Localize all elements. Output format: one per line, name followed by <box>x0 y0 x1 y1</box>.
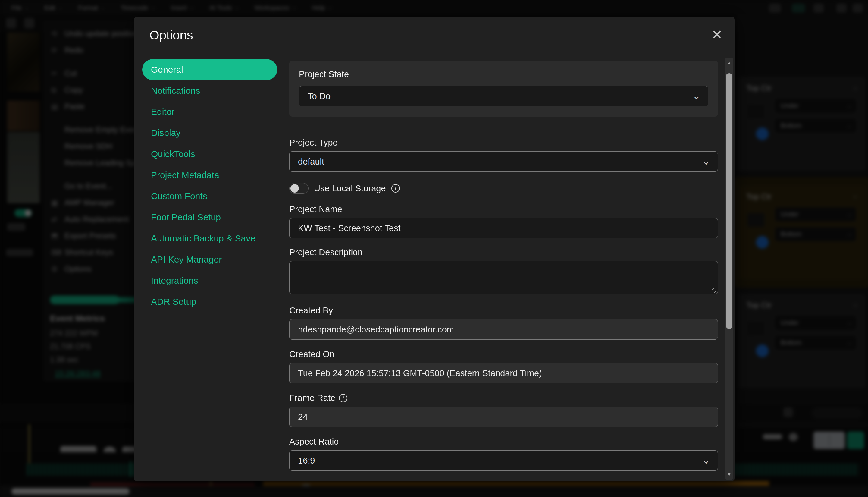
options-tab[interactable]: Notifications <box>142 80 277 101</box>
aspect-ratio-select[interactable]: 16:9 ⌄ <box>289 450 718 471</box>
close-icon[interactable]: ✕ <box>711 27 722 42</box>
project-type-value[interactable]: default <box>289 151 718 172</box>
options-tab[interactable]: API Key Manager <box>142 249 277 270</box>
project-description-textarea[interactable] <box>289 261 718 294</box>
aspect-ratio-label: Aspect Ratio <box>289 437 718 447</box>
options-tab-list: General Notifications Editor Display Qui… <box>142 59 277 312</box>
project-name-input[interactable] <box>289 218 718 238</box>
options-tab[interactable]: Project Metadata <box>142 165 277 186</box>
info-icon[interactable]: i <box>339 394 347 402</box>
modal-scrollbar-thumb[interactable] <box>726 73 733 329</box>
frame-rate-input <box>289 407 718 427</box>
frame-rate-label: Frame Rate i <box>289 393 718 403</box>
project-state-card: Project State To Do ⌄ <box>289 61 718 117</box>
project-state-label: Project State <box>299 69 708 79</box>
scroll-down-icon[interactable]: ▼ <box>725 472 733 478</box>
aspect-ratio-value[interactable]: 16:9 <box>289 450 718 471</box>
options-content: Project State To Do ⌄ Project Type defau… <box>289 56 718 481</box>
resize-grip-icon[interactable] <box>712 288 717 293</box>
options-tab[interactable]: Custom Fonts <box>142 186 277 207</box>
info-icon[interactable]: i <box>391 184 400 193</box>
modal-title: Options <box>149 28 193 42</box>
options-tab[interactable]: QuickTools <box>142 143 277 165</box>
created-by-label: Created By <box>289 306 718 315</box>
project-name-label: Project Name <box>289 204 718 214</box>
created-on-label: Created On <box>289 349 718 359</box>
options-tab[interactable]: Automatic Backup & Save <box>142 228 277 249</box>
project-type-label: Project Type <box>289 138 718 148</box>
created-on-input <box>289 363 718 383</box>
modal-header: Options ✕ <box>134 17 735 56</box>
modal-scrollbar-track[interactable]: ▲ ▼ <box>725 58 733 480</box>
project-description-label: Project Description <box>289 247 718 257</box>
created-by-input <box>289 319 718 340</box>
project-type-select[interactable]: default ⌄ <box>289 151 718 172</box>
project-state-value[interactable]: To Do <box>299 86 708 106</box>
options-tab[interactable]: Editor <box>142 101 277 122</box>
options-tab[interactable]: Foot Pedal Setup <box>142 207 277 228</box>
toggle-knob <box>290 184 299 193</box>
options-tab[interactable]: ADR Setup <box>142 291 277 312</box>
use-local-storage-toggle[interactable] <box>289 183 308 194</box>
options-modal: Options ✕ General Notifications Editor D… <box>134 17 735 481</box>
options-tab[interactable]: Display <box>142 122 277 143</box>
project-state-select[interactable]: To Do ⌄ <box>299 86 708 106</box>
scroll-up-icon[interactable]: ▲ <box>725 60 733 66</box>
options-tab[interactable]: General <box>142 59 277 80</box>
use-local-storage-row: Use Local Storage i <box>289 181 718 196</box>
options-tab[interactable]: Integrations <box>142 270 277 291</box>
use-local-storage-label: Use Local Storage <box>314 184 386 194</box>
